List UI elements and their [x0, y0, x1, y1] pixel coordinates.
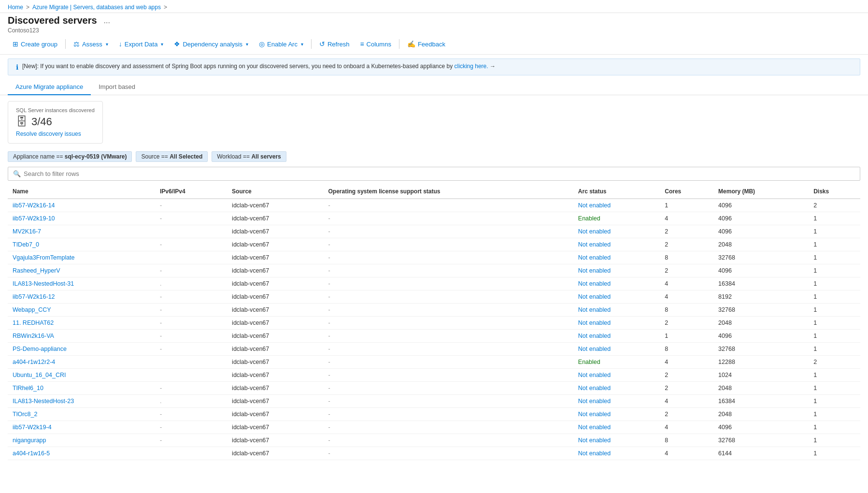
- cell-name: iib57-W2k19-4: [8, 421, 155, 434]
- server-name-link[interactable]: RBWin2k16-VA: [13, 333, 54, 339]
- export-data-button[interactable]: ↓ Export Data ▾: [114, 38, 169, 50]
- cell-name: 11. REDHAT62: [8, 317, 155, 330]
- cell-ipv: [155, 225, 227, 238]
- table-row: iib57-W2k19-10 - idclab-vcen67 - Enabled…: [8, 212, 860, 225]
- feedback-label: Feedback: [418, 41, 445, 48]
- dependency-chevron: ▾: [246, 42, 248, 47]
- discovery-card: SQL Server instances discovered 🗄 3/46 R…: [8, 101, 103, 144]
- breadcrumb-azure-migrate[interactable]: Azure Migrate | Servers, databases and w…: [32, 4, 161, 11]
- server-name-link[interactable]: 11. REDHAT62: [13, 319, 54, 326]
- dependency-analysis-button[interactable]: ❖ Dependency analysis ▾: [169, 38, 253, 50]
- table-row: MV2K16-7 idclab-vcen67 - Not enabled 2 4…: [8, 225, 860, 238]
- content-area: SQL Server instances discovered 🗄 3/46 R…: [0, 95, 868, 466]
- refresh-button[interactable]: ↺ Refresh: [314, 38, 355, 50]
- enable-arc-chevron: ▾: [301, 42, 303, 47]
- filter-pill-source[interactable]: Source == All Selected: [136, 151, 208, 162]
- col-header-disks: Disks: [809, 185, 860, 199]
- cell-ipv: [155, 369, 227, 382]
- assess-chevron: ▾: [106, 42, 108, 47]
- server-name-link[interactable]: Rasheed_HyperV: [13, 267, 60, 274]
- table-header: Name IPv6/IPv4 Source Operating system l…: [8, 185, 860, 199]
- discovery-card-label: SQL Server instances discovered: [16, 107, 95, 113]
- create-group-button[interactable]: ⊞ Create group: [8, 38, 62, 50]
- cell-arc-status: Not enabled: [573, 238, 660, 251]
- server-name-link[interactable]: a404-r1w12r2-4: [13, 359, 55, 365]
- server-name-link[interactable]: iib57-W2k19-4: [13, 424, 52, 431]
- discovery-card-value: 🗄 3/46: [16, 115, 95, 129]
- server-name-link[interactable]: iib57-W2k19-10: [13, 215, 55, 222]
- server-name-link[interactable]: ILA813-NestedHost-23: [13, 398, 74, 405]
- table-row: iib57-W2k16-14 - idclab-vcen67 - Not ena…: [8, 199, 860, 212]
- cell-cores: 2: [660, 408, 713, 421]
- cell-os-status: -: [323, 395, 573, 408]
- cell-os-status: -: [323, 356, 573, 369]
- cell-arc-status: Not enabled: [573, 264, 660, 277]
- cell-cores: 1: [660, 330, 713, 343]
- feedback-button[interactable]: ✍ Feedback: [402, 38, 450, 50]
- server-name-link[interactable]: iib57-W2k16-14: [13, 202, 55, 209]
- info-banner-link[interactable]: clicking here.: [455, 63, 488, 70]
- server-name-link[interactable]: Ubuntu_16_04_CRI: [13, 372, 66, 378]
- server-name-link[interactable]: a404-r1w16-5: [13, 450, 50, 457]
- server-name-link[interactable]: Vgajula3FromTemplate: [13, 254, 75, 261]
- filter-pill-appliance[interactable]: Appliance name == sql-ecy-0519 (VMware): [8, 151, 132, 162]
- cell-source: idclab-vcen67: [227, 317, 323, 330]
- server-name-link[interactable]: Webapp_CCY: [13, 306, 51, 313]
- server-name-link[interactable]: iib57-W2k16-12: [13, 293, 55, 300]
- cell-arc-status: Not enabled: [573, 251, 660, 264]
- enable-arc-button[interactable]: ◎ Enable Arc ▾: [254, 38, 308, 50]
- export-data-label: Export Data: [125, 41, 158, 48]
- cell-memory: 16384: [713, 277, 809, 290]
- cell-os-status: -: [323, 330, 573, 343]
- cell-os-status: -: [323, 264, 573, 277]
- col-header-arc-status: Arc status: [573, 185, 660, 199]
- cell-ipv: -: [155, 408, 227, 421]
- toolbar-divider-1: [65, 39, 66, 49]
- cell-name: nigangurapp: [8, 434, 155, 447]
- cell-name: iib57-W2k16-12: [8, 290, 155, 304]
- create-group-icon: ⊞: [13, 40, 18, 48]
- server-name-link[interactable]: TlRhel6_10: [13, 385, 43, 392]
- server-name-link[interactable]: TIDeb7_0: [13, 241, 39, 248]
- columns-button[interactable]: ≡ Columns: [355, 38, 396, 50]
- table-row: iib57-W2k19-4 - idclab-vcen67 - Not enab…: [8, 421, 860, 434]
- dependency-analysis-icon: ❖: [174, 40, 180, 48]
- resolve-discovery-link[interactable]: Resolve discovery issues: [16, 130, 95, 137]
- toolbar-divider-3: [399, 39, 399, 49]
- col-header-source: Source: [227, 185, 323, 199]
- server-name-link[interactable]: TlOrc8_2: [13, 411, 37, 418]
- server-name-link[interactable]: nigangurapp: [13, 437, 46, 444]
- server-name-link[interactable]: MV2K16-7: [13, 228, 41, 235]
- table-row: ILA813-NestedHost-31 . idclab-vcen67 - N…: [8, 277, 860, 290]
- cell-os-status: -: [323, 212, 573, 225]
- cell-memory: 1024: [713, 369, 809, 382]
- cell-os-status: -: [323, 238, 573, 251]
- cell-name: iib57-W2k16-14: [8, 199, 155, 212]
- col-header-name: Name: [8, 185, 155, 199]
- cell-name: Vgajula3FromTemplate: [8, 251, 155, 264]
- filter-workload-text: Workload == All servers: [217, 153, 281, 160]
- cell-arc-status: Not enabled: [573, 343, 660, 356]
- tab-import-based[interactable]: Import based: [91, 79, 143, 95]
- ellipsis-menu-button[interactable]: ...: [101, 15, 113, 26]
- cell-name: TlOrc8_2: [8, 408, 155, 421]
- cell-memory: 32768: [713, 343, 809, 356]
- cell-disks: 1: [809, 369, 860, 382]
- filter-pill-workload[interactable]: Workload == All servers: [212, 151, 286, 162]
- cell-ipv: -: [155, 304, 227, 317]
- filter-pills: Appliance name == sql-ecy-0519 (VMware) …: [8, 151, 860, 162]
- enable-arc-label: Enable Arc: [267, 41, 298, 48]
- tab-azure-migrate[interactable]: Azure Migrate appliance: [8, 79, 91, 95]
- cell-source: idclab-vcen67: [227, 447, 323, 460]
- cell-cores: 1: [660, 199, 713, 212]
- server-name-link[interactable]: PS-Demo-appliance: [13, 346, 67, 352]
- server-name-link[interactable]: ILA813-NestedHost-31: [13, 280, 74, 287]
- enable-arc-icon: ◎: [259, 40, 265, 48]
- info-banner: ℹ [New]: If you want to enable discovery…: [8, 58, 860, 75]
- breadcrumb-home[interactable]: Home: [8, 4, 23, 11]
- create-group-label: Create group: [21, 41, 57, 48]
- assess-button[interactable]: ⚖ Assess ▾: [69, 38, 113, 50]
- cell-cores: 8: [660, 343, 713, 356]
- search-input[interactable]: [24, 170, 855, 177]
- cell-source: idclab-vcen67: [227, 212, 323, 225]
